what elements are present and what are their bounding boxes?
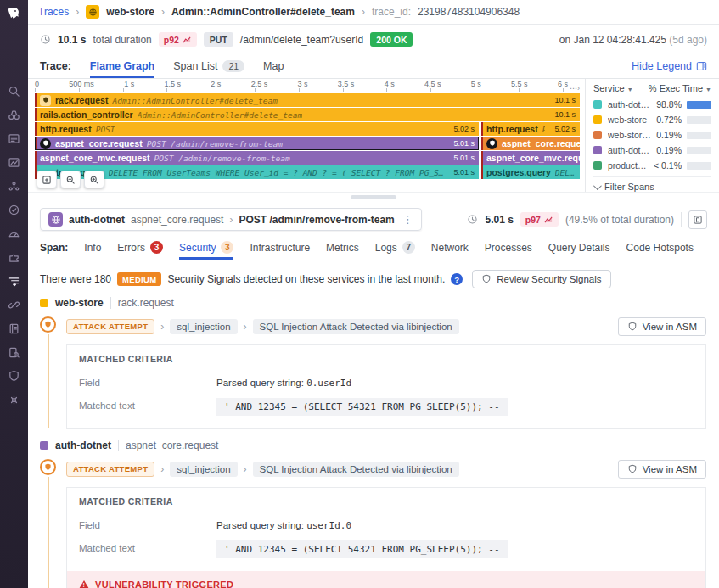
- view-in-asm-button[interactable]: View in ASM: [618, 317, 706, 336]
- legend-row-web-store-mon[interactable]: web-store-mon... 0.19%: [593, 127, 711, 143]
- attack-rule-chip[interactable]: SQL Injection Attack Detected via libinj…: [253, 319, 459, 334]
- more-options-icon[interactable]: ⋮: [402, 213, 413, 226]
- span-bar-http-request[interactable]: http.request POST 5.02 s: [35, 122, 479, 136]
- integrations-puzzle-icon[interactable]: [8, 250, 21, 264]
- apm-traces-icon[interactable]: [8, 274, 21, 288]
- hide-legend-button[interactable]: Hide Legend: [632, 60, 707, 72]
- legend-row-web-store[interactable]: web-store 0.72%: [593, 112, 711, 127]
- filter-spans-toggle[interactable]: Filter Spans: [593, 176, 711, 192]
- tab-label: Infrastructure: [250, 242, 310, 254]
- legend-row-auth-dotnet-po[interactable]: auth-dotnet-po... 98.8%: [593, 97, 711, 112]
- group-operation-name: rack.request: [118, 297, 174, 309]
- resize-handle[interactable]: [351, 195, 396, 199]
- flame-row: aspnet_core_mvc.request POST /admin/remo…: [35, 151, 580, 165]
- legend-exec-header[interactable]: % Exec Time ▼: [649, 83, 711, 93]
- settings-bug-icon[interactable]: [8, 393, 21, 406]
- dropdown-caret-icon: ▼: [705, 87, 711, 92]
- tab-security[interactable]: Security 3: [179, 236, 233, 260]
- ci-checks-icon[interactable]: [8, 203, 21, 216]
- span-bar-aspnet-core-request-2[interactable]: aspnet_core.request _: [481, 137, 580, 150]
- notebooks-icon[interactable]: [8, 322, 21, 335]
- view-in-asm-button[interactable]: View in ASM: [618, 460, 706, 479]
- clock-icon: [467, 214, 478, 225]
- span-detail-header: auth-dotnet aspnet_core.request › POST /…: [28, 202, 719, 236]
- legend-service-header-label: Service: [593, 83, 625, 93]
- group-service-name: web-store: [55, 297, 104, 309]
- tab-metrics[interactable]: Metrics: [326, 236, 359, 260]
- tab-query-details[interactable]: Query Details: [548, 236, 610, 260]
- zoom-in-button[interactable]: [84, 171, 104, 188]
- span-duration: 10.1 s: [549, 96, 576, 104]
- span-duration-group: 5.01 s p97 (49.5% of total duration): [467, 210, 707, 229]
- watchdog-binoculars-icon[interactable]: [8, 108, 21, 121]
- review-security-signals-button[interactable]: Review Security Signals: [472, 270, 610, 288]
- attack-type-chip[interactable]: sql_injection: [170, 462, 237, 477]
- exec-time-bar: [687, 147, 711, 154]
- selected-span-pill[interactable]: auth-dotnet aspnet_core.request › POST /…: [40, 208, 422, 231]
- zoom-out-button[interactable]: [60, 171, 81, 188]
- timestamp-age: (5d ago): [669, 34, 707, 46]
- span-bar-rack-request[interactable]: rack.request Admin::AdminController#dele…: [35, 93, 580, 107]
- legend-row-auth-dotnet[interactable]: auth-dotnet 0.19%: [593, 143, 711, 158]
- legend-exec-pct: 0.19%: [656, 130, 682, 140]
- bookmark-span-button[interactable]: [688, 210, 707, 229]
- attack-attempt-row: ATTACK ATTEMPT › sql_injection › SQL Inj…: [66, 459, 706, 479]
- latency-sparkline-icon: [544, 216, 553, 223]
- datadog-logo-icon[interactable]: [6, 6, 23, 23]
- dropdown-caret-icon: ▼: [627, 87, 633, 92]
- tab-network[interactable]: Network: [431, 236, 469, 260]
- chevron-right-icon: ›: [161, 6, 165, 18]
- tab-infrastructure[interactable]: Infrastructure: [250, 236, 310, 260]
- tab-logs[interactable]: Logs 7: [375, 236, 415, 260]
- reset-zoom-button[interactable]: [37, 171, 57, 188]
- tab-code-hotspots[interactable]: Code Hotspots: [626, 236, 694, 260]
- breadcrumb-resource[interactable]: Admin::AdminController#delete_team: [171, 6, 355, 18]
- events-list-icon[interactable]: [8, 132, 21, 145]
- span-bar-aspnet-core-request-selected[interactable]: aspnet_core.request POST /admin/remove-f…: [35, 137, 479, 150]
- tab-info[interactable]: Info: [84, 236, 101, 260]
- breadcrumb-service[interactable]: web-store: [106, 6, 154, 18]
- service-cluster-icon[interactable]: [8, 179, 21, 193]
- span-bar-http-request-2[interactable]: http.request POST 5.02 s: [481, 122, 580, 136]
- search-icon[interactable]: [8, 84, 21, 98]
- latency-percentile-chip[interactable]: p92: [159, 32, 197, 47]
- matched-criteria-box: MATCHED CRITERIA Field Parsed query stri…: [66, 487, 706, 588]
- security-shield-icon[interactable]: [8, 369, 21, 383]
- metrics-chart-icon[interactable]: [8, 155, 21, 169]
- banner-prefix: There were 180: [40, 273, 111, 285]
- matched-criteria-title: MATCHED CRITERIA: [79, 496, 694, 507]
- span-bar-postgres-query-2[interactable]: postgres.query DELETE F_: [481, 165, 580, 179]
- log-explorer-icon[interactable]: [8, 345, 21, 359]
- span-resource: POST /admin/remove-from-team: [147, 139, 283, 148]
- legend-service-name: auth-dotnet: [608, 145, 651, 155]
- tab-map[interactable]: Map: [263, 54, 284, 78]
- span-name: aspnet_core.request: [502, 138, 580, 148]
- matched-text-value: ' AND 12345 = (SELECT 54321 FROM PG_SLEE…: [216, 398, 508, 416]
- help-icon[interactable]: ?: [451, 273, 463, 285]
- tab-span-list[interactable]: Span List 21: [173, 54, 244, 78]
- legend-row-product-recom[interactable]: product-recom... < 0.1%: [593, 158, 711, 173]
- service-map-icon[interactable]: [8, 298, 21, 311]
- tab-span-list-label: Span List: [173, 60, 217, 72]
- span-bar-aspnet-core-mvc-request[interactable]: aspnet_core_mvc.request POST /admin/remo…: [35, 151, 479, 165]
- tab-flame-graph[interactable]: Flame Graph: [90, 54, 154, 78]
- trace-view-tabs: Trace: Flame Graph Span List 21 Map Hide…: [28, 54, 719, 79]
- field-value: Parsed query string: userId.0: [216, 518, 351, 531]
- span-bar-rails-action-controller[interactable]: rails.action_controller Admin::AdminCont…: [35, 108, 580, 121]
- legend-exec-pct: 98.8%: [656, 99, 682, 109]
- span-bar-aspnet-core-mvc-request-2[interactable]: aspnet_core_mvc.request: [481, 151, 580, 165]
- dashboards-gauge-icon[interactable]: [8, 227, 21, 240]
- service-color-swatch: [593, 131, 602, 139]
- tab-processes[interactable]: Processes: [485, 236, 532, 260]
- attack-type-chip[interactable]: sql_injection: [170, 319, 237, 334]
- group-service-name: auth-dotnet: [55, 440, 111, 451]
- span-name: rails.action_controller: [40, 109, 133, 120]
- span-percentile-chip[interactable]: p97: [520, 212, 559, 227]
- legend-service-header[interactable]: Service ▼: [593, 83, 633, 93]
- tab-errors[interactable]: Errors 3: [117, 236, 163, 260]
- attack-attempt-row: ATTACK ATTEMPT › sql_injection › SQL Inj…: [66, 316, 706, 336]
- span-duration-value: 5.01 s: [485, 214, 513, 226]
- matched-text-label: Matched text: [79, 398, 216, 411]
- breadcrumb-traces-link[interactable]: Traces: [38, 6, 69, 18]
- attack-rule-chip[interactable]: SQL Injection Attack Detected via libinj…: [253, 462, 459, 477]
